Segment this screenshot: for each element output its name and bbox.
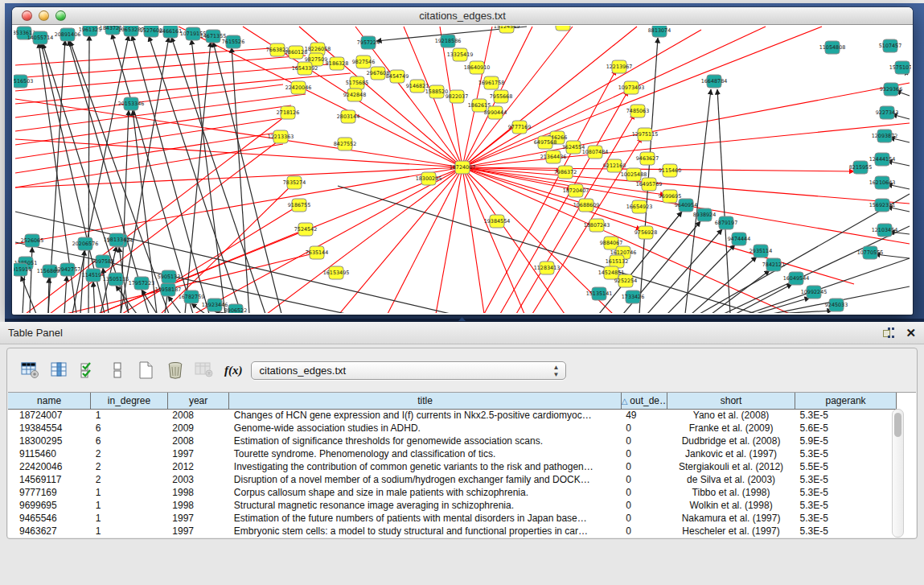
graph-node[interactable]: 7842121	[762, 258, 785, 271]
graph-node[interactable]: 10688609	[573, 199, 600, 212]
graph-node[interactable]: 8215955	[849, 161, 872, 174]
column-header-year[interactable]: year	[167, 393, 229, 409]
table-settings-icon[interactable]	[18, 360, 43, 381]
table-scrollbar-thumb[interactable]	[894, 413, 901, 437]
graph-node[interactable]: 12444154	[869, 153, 896, 166]
show-column-icon[interactable]	[47, 360, 72, 381]
graph-node[interactable]: 11054808	[819, 41, 846, 54]
graph-node[interactable]: 16648784	[701, 75, 728, 88]
table-row[interactable]: 969969511998Structural magnetic resonanc…	[8, 499, 897, 512]
graph-node[interactable]: 12103454	[872, 224, 898, 237]
graph-edge[interactable]	[462, 27, 822, 167]
graph-node[interactable]: 2718126	[277, 106, 299, 119]
graph-node[interactable]: 17957223	[129, 277, 155, 290]
graph-node[interactable]: 16210643	[869, 176, 896, 189]
graph-node[interactable]: 18720407	[563, 184, 589, 197]
graph-node[interactable]: 15135141	[586, 287, 613, 300]
graph-node[interactable]: 10770555	[857, 246, 884, 259]
graph-node[interactable]: 2935114	[749, 245, 772, 257]
table-selector-dropdown[interactable]: citations_edges.txt ▲▼	[251, 361, 566, 380]
graph-node[interactable]: 9640954	[675, 199, 697, 212]
graph-edge[interactable]	[388, 167, 462, 313]
trash-icon[interactable]	[163, 360, 187, 381]
graph-node[interactable]: 19384554	[484, 215, 511, 228]
graph-node[interactable]: 18640910	[464, 61, 491, 74]
table-row[interactable]: 1872400712008Changes of HCN gene express…	[8, 409, 897, 422]
column-header-in_degree[interactable]: in_degree	[91, 393, 168, 409]
graph-node[interactable]: 13325419	[447, 48, 474, 61]
graph-node[interactable]: 9115460	[659, 164, 681, 177]
graph-edge[interactable]	[484, 70, 616, 313]
graph-node[interactable]: 9245033	[825, 299, 848, 311]
graph-node[interactable]: 2526065	[21, 234, 43, 247]
graph-node[interactable]: 10807484	[582, 146, 609, 159]
close-light-icon[interactable]	[22, 10, 32, 21]
graph-edge[interactable]	[15, 47, 283, 65]
column-header-out_degree[interactable]: △out_de…	[621, 393, 667, 409]
graph-edge[interactable]	[339, 167, 462, 313]
graph-node[interactable]: 7635144	[306, 246, 328, 259]
graph-node[interactable]: 18300295	[416, 172, 442, 185]
graph-node[interactable]: 2803144	[337, 110, 359, 123]
float-panel-icon[interactable]	[883, 328, 894, 338]
graph-edge[interactable]	[15, 56, 306, 78]
table-row[interactable]: 1456911722003Disruption of a novel membe…	[8, 473, 897, 486]
network-view-canvas[interactable]: 8533613140557142089140619613251843721210…	[14, 26, 911, 313]
new-document-icon[interactable]	[134, 360, 158, 381]
zoom-light-icon[interactable]	[55, 10, 66, 21]
graph-node[interactable]: 15751074	[889, 61, 911, 74]
graph-edge[interactable]	[80, 250, 84, 313]
graph-node[interactable]: 18807243	[584, 219, 610, 232]
graph-node[interactable]: 12215977	[550, 26, 577, 31]
graph-edge[interactable]	[93, 282, 95, 313]
graph-node[interactable]: 6879197	[715, 216, 737, 229]
table-row[interactable]: 977716911998Corpus callosum shape and si…	[8, 486, 897, 499]
table-row[interactable]: 911546021997Tourette syndrome. Phenomeno…	[8, 447, 897, 460]
graph-node[interactable]: 7835274	[283, 176, 306, 189]
graph-edge[interactable]	[712, 270, 770, 313]
graph-edge[interactable]	[462, 167, 484, 313]
graph-node[interactable]: 9699695	[659, 190, 681, 203]
table-scrollbar[interactable]	[892, 409, 904, 538]
graph-edge[interactable]	[717, 89, 730, 313]
minimize-light-icon[interactable]	[39, 10, 49, 21]
graph-edge[interactable]	[15, 167, 462, 244]
graph-edge[interactable]	[64, 276, 67, 313]
column-header-title[interactable]: title	[229, 393, 621, 409]
graph-node[interactable]: 12975115	[632, 128, 659, 141]
graph-node[interactable]: 7485063	[626, 105, 649, 117]
graph-edge[interactable]	[667, 245, 735, 313]
graph-node[interactable]: 1145194	[82, 269, 105, 282]
select-all-icon[interactable]	[76, 360, 101, 381]
graph-node[interactable]: 8186328	[326, 57, 348, 70]
graph-edge[interactable]	[195, 167, 462, 313]
graph-edge[interactable]	[15, 212, 450, 313]
graph-node[interactable]: 10973493	[618, 81, 645, 94]
data-table[interactable]: namein_degreeyeartitle△out_de…shortpager…	[8, 393, 897, 538]
graph-node[interactable]: 22420046	[285, 81, 312, 94]
graph-edge[interactable]	[191, 39, 225, 313]
graph-node[interactable]: 16654923	[626, 200, 653, 213]
table-row[interactable]: 946362711997Embryonic stem cells: a mode…	[8, 525, 897, 538]
graph-node[interactable]: 11283413	[534, 262, 561, 274]
graph-node[interactable]: 20206576	[72, 237, 99, 250]
unselect-all-icon[interactable]	[105, 360, 129, 381]
graph-edge[interactable]	[724, 226, 910, 313]
graph-node[interactable]: 21364436	[540, 150, 567, 163]
graph-node[interactable]: 9242848	[343, 89, 366, 101]
table-row[interactable]: 1830029562008Estimation of significance …	[8, 435, 897, 447]
graph-node[interactable]: 15124549	[494, 26, 520, 33]
network-window-titlebar[interactable]: citations_edges.txt	[12, 7, 913, 25]
graph-node[interactable]: 7955668	[490, 90, 512, 103]
table-row[interactable]: 946554611997Estimation of the future num…	[8, 512, 897, 525]
column-header-pagerank[interactable]: pagerank	[795, 393, 897, 409]
panel-splitter-handle[interactable]	[458, 317, 466, 321]
graph-edge[interactable]	[171, 37, 265, 313]
graph-node[interactable]: 13505135	[103, 273, 129, 286]
column-header-name[interactable]: name	[8, 393, 91, 409]
graph-node[interactable]: 16961758	[478, 76, 505, 89]
graph-node[interactable]: 16049544	[783, 272, 810, 285]
graph-edge[interactable]	[436, 167, 462, 313]
graph-node[interactable]: 5175685	[346, 76, 368, 89]
graph-node[interactable]: 19218586	[435, 35, 462, 47]
